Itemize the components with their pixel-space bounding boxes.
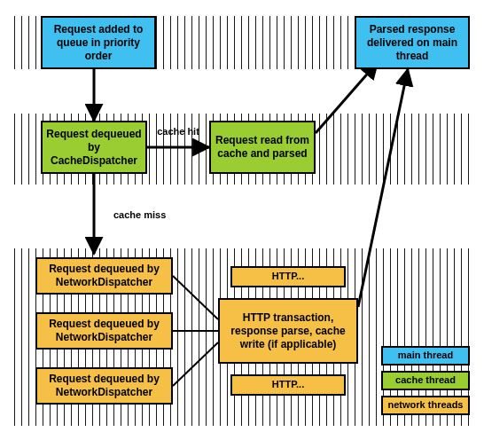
network-dequeued-text-3: Request dequeued by NetworkDispatcher	[41, 373, 168, 399]
http-full-box: HTTP transaction, response parse, cache …	[218, 298, 358, 364]
legend-cache-text: cache thread	[395, 374, 456, 387]
svg-line-24	[173, 342, 218, 386]
legend-network-text: network threads	[388, 399, 464, 412]
svg-line-22	[173, 276, 218, 319]
cache-hit-label: cache hit	[157, 126, 199, 137]
http-short-box-bottom: HTTP...	[230, 374, 346, 396]
http-short-text-top: HTTP...	[272, 271, 304, 283]
network-dequeued-text-1: Request dequeued by NetworkDispatcher	[41, 263, 168, 289]
network-dequeued-box-3: Request dequeued by NetworkDispatcher	[35, 367, 173, 405]
legend-main-thread: main thread	[381, 346, 470, 365]
main-parsed-delivered-box: Parsed response delivered on main thread	[355, 16, 470, 69]
http-full-text: HTTP transaction, response parse, cache …	[223, 311, 353, 351]
network-dequeued-text-2: Request dequeued by NetworkDispatcher	[41, 318, 168, 344]
network-dequeued-box-1: Request dequeued by NetworkDispatcher	[35, 257, 173, 295]
main-request-added-box: Request added to queue in priority order	[41, 16, 156, 69]
legend-network-threads: network threads	[381, 396, 470, 415]
svg-line-20	[316, 62, 378, 133]
legend-main-text: main thread	[398, 350, 453, 362]
http-short-text-bottom: HTTP...	[272, 379, 304, 391]
main-request-added-text: Request added to queue in priority order	[46, 23, 151, 63]
cache-dequeued-box: Request dequeued by CacheDispatcher	[41, 121, 147, 174]
svg-line-25	[358, 69, 408, 307]
cache-read-text: Request read from cache and parsed	[215, 134, 310, 161]
network-dequeued-box-2: Request dequeued by NetworkDispatcher	[35, 312, 173, 350]
legend-cache-thread: cache thread	[381, 371, 470, 390]
cache-miss-label: cache miss	[113, 209, 166, 220]
main-parsed-delivered-text: Parsed response delivered on main thread	[360, 23, 464, 63]
cache-read-box: Request read from cache and parsed	[209, 121, 316, 174]
http-short-box-top: HTTP...	[230, 266, 346, 287]
cache-dequeued-text: Request dequeued by CacheDispatcher	[46, 128, 142, 168]
